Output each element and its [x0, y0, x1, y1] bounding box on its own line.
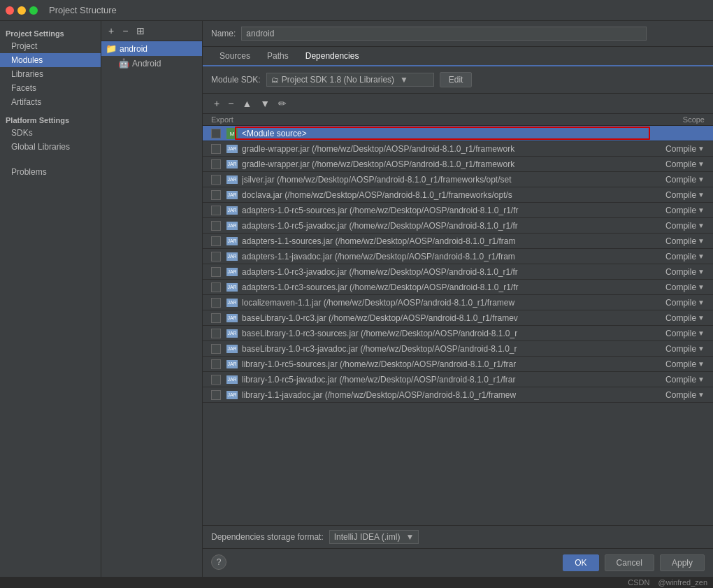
- dep-checkbox-17[interactable]: [211, 390, 221, 400]
- dep-row-library-rc5-javadoc[interactable]: JAR library-1.0-rc5-javadoc.jar (/home/w…: [203, 372, 713, 387]
- dep-checkbox-5[interactable]: [211, 206, 221, 215]
- minimize-button[interactable]: [17, 6, 26, 15]
- dep-name-13: baseLibrary-1.0-rc3-sources.jar (/home/w…: [242, 329, 649, 338]
- dep-checkbox-8[interactable]: [211, 252, 221, 261]
- dep-checkbox-16[interactable]: [211, 375, 221, 385]
- dep-scope-4[interactable]: Compile ▼: [649, 190, 705, 200]
- dep-checkbox-4[interactable]: [211, 190, 221, 200]
- dep-row-library-1.1-javadoc[interactable]: JAR library-1.1-javadoc.jar (/home/wz/De…: [203, 387, 713, 403]
- dep-checkbox-13[interactable]: [211, 329, 221, 338]
- move-up-dep-button[interactable]: ▲: [239, 96, 254, 110]
- window-controls[interactable]: [6, 6, 38, 15]
- dep-row-adapters-1.0-rc3-sources[interactable]: JAR adapters-1.0-rc3-sources.jar (/home/…: [203, 280, 713, 295]
- dep-name-4: doclava.jar (/home/wz/Desktop/AOSP/andro…: [242, 190, 649, 200]
- dep-row-adapters-1.0-rc3-javadoc[interactable]: JAR adapters-1.0-rc3-javadoc.jar (/home/…: [203, 264, 713, 280]
- jar-icon-2: JAR: [226, 160, 238, 168]
- dep-row-doclava[interactable]: JAR doclava.jar (/home/wz/Desktop/AOSP/a…: [203, 187, 713, 203]
- dep-row-adapters-1.1-sources[interactable]: JAR adapters-1.1-sources.jar (/home/wz/D…: [203, 234, 713, 249]
- dep-checkbox-10[interactable]: [211, 282, 221, 292]
- tab-sources[interactable]: Sources: [211, 47, 259, 66]
- sdk-select[interactable]: 🗂 Project SDK 1.8 (No Libraries) ▼: [266, 73, 434, 87]
- help-button[interactable]: ?: [211, 554, 226, 570]
- dep-scope-14[interactable]: Compile ▼: [649, 344, 705, 354]
- deps-table-container[interactable]: M <Module source> JAR gradle-wrapper.jar…: [203, 126, 713, 525]
- dep-scope-3[interactable]: Compile ▼: [649, 175, 705, 185]
- tab-dependencies[interactable]: Dependencies: [297, 47, 368, 66]
- storage-format-select[interactable]: IntelliJ IDEA (.iml) ▼: [329, 530, 419, 544]
- dep-row-jsilver[interactable]: JAR jsilver.jar (/home/wz/Desktop/AOSP/a…: [203, 172, 713, 187]
- module-android-sub[interactable]: 🤖 Android: [101, 56, 202, 71]
- dep-scope-7[interactable]: Compile ▼: [649, 236, 705, 246]
- sidebar-item-libraries[interactable]: Libraries: [0, 67, 101, 81]
- sidebar-item-modules[interactable]: Modules: [0, 53, 101, 67]
- sdk-label: Module SDK:: [211, 75, 261, 85]
- dep-checkbox-3[interactable]: [211, 175, 221, 185]
- dep-checkbox-9[interactable]: [211, 267, 221, 277]
- dep-row-adapters-1.1-javadoc[interactable]: JAR adapters-1.1-javadoc.jar (/home/wz/D…: [203, 249, 713, 264]
- close-button[interactable]: [6, 6, 14, 15]
- ok-button[interactable]: OK: [563, 554, 598, 571]
- cancel-button[interactable]: Cancel: [605, 554, 654, 571]
- move-down-dep-button[interactable]: ▼: [257, 96, 273, 110]
- dep-scope-13[interactable]: Compile ▼: [649, 329, 705, 338]
- dep-row-module-source[interactable]: M <Module source>: [203, 126, 713, 141]
- copy-module-button[interactable]: ⊞: [134, 24, 147, 38]
- dep-row-library-rc5-sources[interactable]: JAR library-1.0-rc5-sources.jar (/home/w…: [203, 357, 713, 372]
- dep-row-adapters-1.0-rc5-sources[interactable]: JAR adapters-1.0-rc5-sources.jar (/home/…: [203, 203, 713, 218]
- dep-checkbox-2[interactable]: [211, 159, 221, 169]
- dep-scope-9[interactable]: Compile ▼: [649, 267, 705, 277]
- dep-scope-8[interactable]: Compile ▼: [649, 252, 705, 261]
- user-watermark: @winfred_zen: [658, 578, 707, 587]
- tab-paths[interactable]: Paths: [259, 47, 297, 66]
- watermark-bar: CSDN @winfred_zen: [0, 577, 713, 588]
- titlebar: Project Structure: [0, 0, 713, 21]
- dep-row-gradle-wrapper-2[interactable]: JAR gradle-wrapper.jar (/home/wz/Desktop…: [203, 157, 713, 172]
- dep-scope-16[interactable]: Compile ▼: [649, 375, 705, 385]
- dep-checkbox-15[interactable]: [211, 359, 221, 369]
- dep-checkbox-14[interactable]: [211, 344, 221, 354]
- dep-checkbox-7[interactable]: [211, 236, 221, 246]
- sdk-edit-button[interactable]: Edit: [440, 72, 473, 87]
- name-input[interactable]: [241, 27, 647, 41]
- dep-scope-5[interactable]: Compile ▼: [649, 206, 705, 215]
- dep-row-localizemaven[interactable]: JAR localizemaven-1.1.jar (/home/wz/Desk…: [203, 295, 713, 310]
- name-label: Name:: [211, 29, 236, 38]
- dep-scope-2[interactable]: Compile ▼: [649, 159, 705, 169]
- action-buttons: ? OK Cancel Apply: [203, 548, 713, 577]
- dep-scope-10[interactable]: Compile ▼: [649, 282, 705, 292]
- dep-checkbox-module-source[interactable]: [211, 129, 221, 138]
- dep-name-12: baseLibrary-1.0-rc3.jar (/home/wz/Deskto…: [242, 313, 649, 323]
- remove-module-button[interactable]: −: [120, 24, 131, 38]
- remove-dep-button[interactable]: −: [225, 96, 236, 110]
- dep-scope-1[interactable]: Compile ▼: [649, 144, 705, 154]
- sidebar-item-project[interactable]: Project: [0, 39, 101, 53]
- apply-button[interactable]: Apply: [660, 554, 705, 571]
- dep-scope-15[interactable]: Compile ▼: [649, 359, 705, 369]
- maximize-button[interactable]: [29, 6, 38, 15]
- dep-scope-11[interactable]: Compile ▼: [649, 298, 705, 308]
- jar-icon-15: JAR: [226, 360, 238, 368]
- dep-scope-17[interactable]: Compile ▼: [649, 390, 705, 400]
- dep-row-baseLibrary-rc3[interactable]: JAR baseLibrary-1.0-rc3.jar (/home/wz/De…: [203, 310, 713, 326]
- dep-scope-6[interactable]: Compile ▼: [649, 221, 705, 231]
- add-dep-button[interactable]: +: [211, 96, 222, 110]
- dep-row-adapters-1.0-rc5-javadoc[interactable]: JAR adapters-1.0-rc5-javadoc.jar (/home/…: [203, 218, 713, 234]
- sidebar-item-sdks[interactable]: SDKs: [0, 126, 101, 140]
- dep-checkbox-12[interactable]: [211, 313, 221, 323]
- edit-dep-button[interactable]: ✏: [275, 96, 289, 110]
- dep-checkbox-11[interactable]: [211, 298, 221, 308]
- sidebar-item-problems[interactable]: Problems: [0, 165, 101, 179]
- sidebar-item-global-libraries[interactable]: Global Libraries: [0, 140, 101, 154]
- dep-name-11: localizemaven-1.1.jar (/home/wz/Desktop/…: [242, 298, 649, 308]
- dep-row-baseLibrary-rc3-javadoc[interactable]: JAR baseLibrary-1.0-rc3-javadoc.jar (/ho…: [203, 341, 713, 357]
- dep-checkbox-6[interactable]: [211, 221, 221, 231]
- dep-row-baseLibrary-rc3-sources[interactable]: JAR baseLibrary-1.0-rc3-sources.jar (/ho…: [203, 326, 713, 341]
- dep-name-16: library-1.0-rc5-javadoc.jar (/home/wz/De…: [242, 375, 649, 385]
- dep-row-gradle-wrapper-1[interactable]: JAR gradle-wrapper.jar (/home/wz/Desktop…: [203, 141, 713, 157]
- sidebar-item-artifacts[interactable]: Artifacts: [0, 95, 101, 109]
- sidebar-item-facets[interactable]: Facets: [0, 81, 101, 95]
- dep-checkbox-1[interactable]: [211, 144, 221, 154]
- module-android[interactable]: 📁 android: [101, 41, 202, 56]
- dep-scope-12[interactable]: Compile ▼: [649, 313, 705, 323]
- add-module-button[interactable]: +: [106, 24, 117, 38]
